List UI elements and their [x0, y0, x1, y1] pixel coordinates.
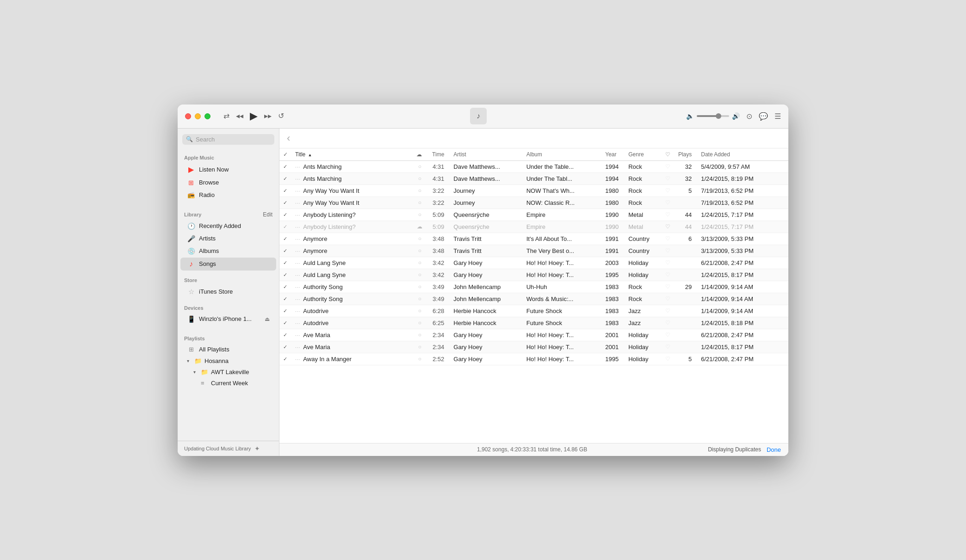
table-row[interactable]: ✓ ···Ave Maria ○ 2:34 Gary Hoey Ho! Ho! … — [279, 329, 788, 341]
shuffle-button[interactable]: ⇄ — [223, 112, 229, 120]
table-row[interactable]: ✓ ···Anymore ○ 3:48 Travis Tritt It's Al… — [279, 233, 788, 245]
col-header-date-added[interactable]: Date Added — [697, 148, 788, 161]
row-title: ···Authority Song — [291, 293, 413, 305]
row-heart[interactable]: ♡ — [662, 305, 674, 317]
music-icon-button[interactable]: ♪ — [470, 108, 487, 124]
row-heart[interactable]: ♡ — [662, 269, 674, 281]
table-row[interactable]: ✓ ···Authority Song ○ 3:49 John Mellenca… — [279, 281, 788, 293]
row-dots[interactable]: ··· — [295, 333, 300, 338]
airplay-icon[interactable]: ⊙ — [746, 112, 752, 121]
row-heart[interactable]: ♡ — [662, 233, 674, 245]
speech-icon[interactable]: 💬 — [759, 112, 768, 121]
row-heart[interactable]: ♡ — [662, 185, 674, 197]
row-heart[interactable]: ♡ — [662, 221, 674, 233]
row-heart[interactable]: ♡ — [662, 245, 674, 257]
row-plays — [674, 317, 697, 329]
close-button[interactable] — [185, 113, 191, 119]
sidebar-item-all-playlists-label: All Playlists — [199, 346, 229, 353]
table-row[interactable]: ✓ ···Ants Marching ○ 4:31 Dave Matthews.… — [279, 160, 788, 172]
table-row[interactable]: ✓ ···Auld Lang Syne ○ 3:42 Gary Hoey Ho!… — [279, 257, 788, 269]
row-dots[interactable]: ··· — [295, 261, 300, 266]
library-edit-button[interactable]: Edit — [263, 211, 272, 218]
row-dots[interactable]: ··· — [295, 345, 300, 350]
maximize-button[interactable] — [204, 113, 211, 119]
row-heart[interactable]: ♡ — [662, 257, 674, 269]
back-button[interactable]: ‹ — [287, 132, 290, 144]
table-row[interactable]: ✓ ···Anybody Listening? ○ 5:09 Queensrÿc… — [279, 209, 788, 221]
row-dots[interactable]: ··· — [295, 213, 300, 218]
row-dots[interactable]: ··· — [295, 309, 300, 314]
col-header-year[interactable]: Year — [601, 148, 625, 161]
repeat-button[interactable]: ↺ — [278, 112, 284, 120]
all-playlists-icon: ⊞ — [187, 346, 195, 353]
minimize-button[interactable] — [195, 113, 201, 119]
col-header-album[interactable]: Album — [523, 148, 602, 161]
sidebar-item-radio[interactable]: 📻 Radio — [180, 189, 276, 201]
expand-hosanna-icon[interactable]: ▾ — [187, 358, 192, 363]
play-button[interactable]: ▶ — [250, 111, 258, 121]
row-dots[interactable]: ··· — [295, 297, 300, 302]
sidebar-item-all-playlists[interactable]: ⊞ All Playlists — [180, 344, 276, 355]
sidebar-item-awt-lakeville[interactable]: ▾ 📁 AWT Lakeville — [180, 367, 276, 377]
sidebar-item-itunes-store[interactable]: ☆ iTunes Store — [180, 285, 276, 298]
table-row[interactable]: ✓ ···Ave Maria ○ 2:34 Gary Hoey Ho! Ho! … — [279, 341, 788, 353]
sidebar-item-browse[interactable]: ⊞ Browse — [180, 177, 276, 189]
col-header-plays[interactable]: Plays — [674, 148, 697, 161]
sidebar-item-hosanna[interactable]: ▾ 📁 Hosanna — [180, 356, 276, 366]
table-row[interactable]: ✓ ···Anymore ○ 3:48 Travis Tritt The Ver… — [279, 245, 788, 257]
search-box[interactable]: 🔍 Search — [182, 134, 274, 145]
row-heart[interactable]: ♡ — [662, 160, 674, 172]
row-heart[interactable]: ♡ — [662, 317, 674, 329]
sidebar-item-recently-added[interactable]: 🕐 Recently Added — [180, 220, 276, 232]
sidebar-item-iphone[interactable]: 📱 Winzlo's iPhone 1... ⏏ — [180, 313, 276, 325]
col-header-title[interactable]: Title ▲ — [291, 148, 413, 161]
sidebar-item-albums[interactable]: 💿 Albums — [180, 245, 276, 257]
row-heart[interactable]: ♡ — [662, 329, 674, 341]
row-heart[interactable]: ♡ — [662, 172, 674, 185]
row-plays — [674, 329, 697, 341]
col-header-genre[interactable]: Genre — [625, 148, 662, 161]
table-row[interactable]: ✓ ···Any Way You Want It ○ 3:22 Journey … — [279, 197, 788, 209]
col-header-time[interactable]: Time — [427, 148, 450, 161]
row-dots[interactable]: ··· — [295, 189, 300, 194]
eject-icon[interactable]: ⏏ — [265, 316, 270, 322]
row-dots[interactable]: ··· — [295, 357, 300, 362]
row-dots[interactable]: ··· — [295, 201, 300, 206]
status-bar: 1,902 songs, 4:20:33:31 total time, 14.8… — [279, 443, 788, 456]
row-dots[interactable]: ··· — [295, 273, 300, 278]
expand-awt-icon[interactable]: ▾ — [193, 369, 198, 375]
row-dots[interactable]: ··· — [295, 285, 300, 290]
menu-list-icon[interactable]: ☰ — [774, 112, 781, 121]
browse-icon: ⊞ — [187, 179, 195, 186]
row-heart[interactable]: ♡ — [662, 341, 674, 353]
table-row[interactable]: ✓ ···Autodrive ○ 6:28 Herbie Hancock Fut… — [279, 305, 788, 317]
row-heart[interactable]: ♡ — [662, 197, 674, 209]
row-dots[interactable]: ··· — [295, 165, 300, 170]
row-dots[interactable]: ··· — [295, 225, 300, 230]
row-heart[interactable]: ♡ — [662, 293, 674, 305]
row-heart[interactable]: ♡ — [662, 353, 674, 365]
table-row[interactable]: ✓ ···Authority Song ○ 3:49 John Mellenca… — [279, 293, 788, 305]
next-button[interactable]: ▸▸ — [264, 112, 272, 120]
row-heart[interactable]: ♡ — [662, 209, 674, 221]
table-row[interactable]: ✓ ···Any Way You Want It ○ 3:22 Journey … — [279, 185, 788, 197]
table-row[interactable]: ✓ ···Away In a Manger ○ 2:52 Gary Hoey H… — [279, 353, 788, 365]
table-row[interactable]: ✓ ···Anybody Listening? ☁ 5:09 Queensrÿc… — [279, 221, 788, 233]
row-artist: Herbie Hancock — [450, 317, 522, 329]
sidebar-item-current-week[interactable]: ≡ Current Week — [180, 378, 276, 388]
table-row[interactable]: ✓ ···Ants Marching ○ 4:31 Dave Matthews.… — [279, 172, 788, 185]
volume-slider[interactable] — [697, 115, 729, 117]
row-dots[interactable]: ··· — [295, 177, 300, 182]
table-row[interactable]: ✓ ···Autodrive ○ 6:25 Herbie Hancock Fut… — [279, 317, 788, 329]
row-dots[interactable]: ··· — [295, 237, 300, 242]
sidebar-item-songs[interactable]: ♪ Songs — [180, 258, 276, 271]
row-heart[interactable]: ♡ — [662, 281, 674, 293]
col-header-artist[interactable]: Artist — [450, 148, 522, 161]
done-button[interactable]: Done — [767, 446, 781, 453]
table-row[interactable]: ✓ ···Auld Lang Syne ○ 3:42 Gary Hoey Ho!… — [279, 269, 788, 281]
sidebar-item-artists[interactable]: 🎤 Artists — [180, 233, 276, 245]
row-dots[interactable]: ··· — [295, 249, 300, 254]
sidebar-item-listen-now[interactable]: ▶ Listen Now — [180, 163, 276, 176]
row-dots[interactable]: ··· — [295, 321, 300, 326]
previous-button[interactable]: ◂◂ — [236, 112, 243, 120]
